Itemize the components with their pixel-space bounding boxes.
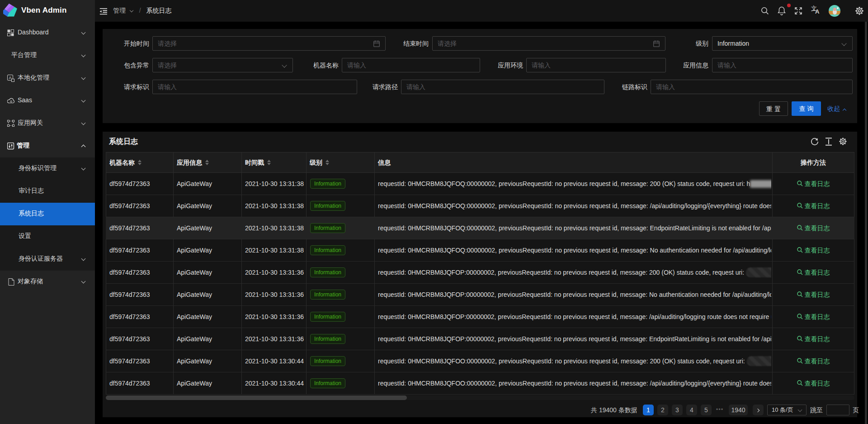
svg-text:A: A — [9, 76, 11, 80]
